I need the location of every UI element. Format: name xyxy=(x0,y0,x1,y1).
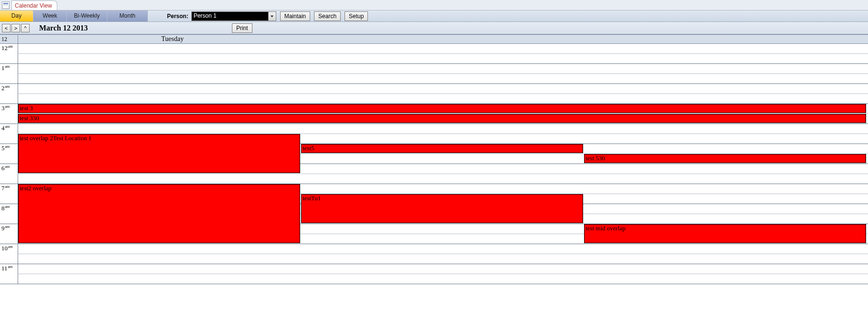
hour-label: 7 am xyxy=(0,184,18,204)
tab-title: Calendar View xyxy=(15,2,52,9)
date-title: March 12 2013 xyxy=(39,24,88,32)
event-e4[interactable]: test5 xyxy=(301,144,583,153)
hour-label: 4 am xyxy=(0,124,18,144)
hour-label: 9 am xyxy=(0,224,18,244)
hour-label: 3 am xyxy=(0,104,18,123)
hour-label: 1 am xyxy=(0,64,18,83)
hour-label: 12 am xyxy=(0,44,18,63)
person-combobox[interactable]: Person 1 xyxy=(191,11,276,21)
view-day-button[interactable]: Day xyxy=(0,10,33,21)
person-label: Person: xyxy=(167,13,188,20)
maintain-button[interactable]: Maintain xyxy=(280,11,310,21)
person-dropdown-arrow[interactable] xyxy=(268,12,276,21)
view-month-button[interactable]: Month xyxy=(107,10,148,21)
hour-label: 6 am xyxy=(0,164,18,184)
event-e1[interactable]: test 3 xyxy=(18,104,866,113)
setup-button[interactable]: Setup xyxy=(345,11,368,21)
day-name: Tuesday xyxy=(18,35,868,43)
calendar-body: 12 am1 am2 am3 am4 am5 am6 am7 am8 am9 a… xyxy=(0,44,868,284)
svg-marker-0 xyxy=(271,15,273,17)
view-mode-bar: Day Week Bi-Weekly Month Person: Person … xyxy=(0,10,868,22)
event-e3[interactable]: test overlap 2Test Location 1 xyxy=(18,134,300,173)
tab-calendar-view[interactable]: Calendar View xyxy=(11,0,57,10)
event-e6[interactable]: test2 overlap xyxy=(18,184,300,243)
event-e7[interactable]: testTu1 xyxy=(301,194,583,223)
view-biweekly-button[interactable]: Bi-Weekly xyxy=(67,10,107,21)
events-layer: test 3test 330test overlap 2Test Locatio… xyxy=(18,44,867,284)
date-nav-bar: < > ^ March 12 2013 Print xyxy=(0,22,868,34)
hour-label: 11 am xyxy=(0,264,18,284)
prev-button[interactable]: < xyxy=(2,24,10,32)
next-button[interactable]: > xyxy=(11,24,20,32)
person-filter: Person: Person 1 Maintain Search Setup xyxy=(167,11,368,21)
search-button[interactable]: Search xyxy=(314,11,341,21)
view-week-button[interactable]: Week xyxy=(33,10,67,21)
print-button[interactable]: Print xyxy=(232,23,252,33)
hour-label: 8 am xyxy=(0,204,18,224)
event-e5[interactable]: test 530 xyxy=(584,154,866,163)
day-number: 12 xyxy=(0,35,18,43)
tab-strip: Calendar View xyxy=(0,0,868,10)
form-icon xyxy=(2,1,10,9)
hour-label: 10 am xyxy=(0,244,18,264)
up-button[interactable]: ^ xyxy=(21,24,30,32)
person-value: Person 1 xyxy=(192,12,268,21)
hour-label: 5 am xyxy=(0,144,18,164)
event-e8[interactable]: test mid overlap xyxy=(584,224,866,243)
day-header: 12 Tuesday xyxy=(0,34,868,44)
event-e2[interactable]: test 330 xyxy=(18,114,866,123)
hour-label: 2 am xyxy=(0,84,18,103)
